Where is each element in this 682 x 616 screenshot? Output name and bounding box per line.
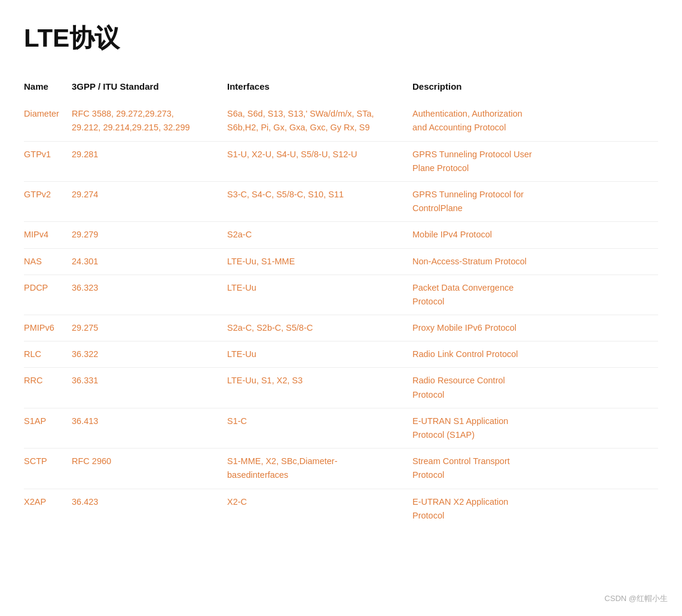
cell-standard: 29.279	[72, 222, 227, 248]
cell-interfaces: S2a-C	[227, 222, 412, 248]
table-row: GTPv129.281S1-U, X2-U, S4-U, S5/8-U, S12…	[24, 141, 658, 181]
cell-name: GTPv2	[24, 181, 72, 221]
cell-description: E-UTRAN X2 ApplicationProtocol	[412, 489, 658, 529]
cell-interfaces: S1-U, X2-U, S4-U, S5/8-U, S12-U	[227, 141, 412, 181]
table-row: RLC36.322LTE-UuRadio Link Control Protoc…	[24, 341, 658, 368]
cell-standard: RFC 3588, 29.272,29.273,29.212, 29.214,2…	[72, 101, 227, 141]
cell-name: X2AP	[24, 489, 72, 529]
cell-interfaces: S2a-C, S2b-C, S5/8-C	[227, 315, 412, 341]
table-row: RRC36.331LTE-Uu, S1, X2, S3Radio Resourc…	[24, 368, 658, 408]
cell-interfaces: S1-C	[227, 408, 412, 448]
cell-description: Radio Resource ControlProtocol	[412, 368, 658, 408]
table-row: PDCP36.323LTE-UuPacket Data ConvergenceP…	[24, 275, 658, 315]
cell-standard: RFC 2960	[72, 449, 227, 489]
table-row: NAS24.301LTE-Uu, S1-MMENon-Access-Stratu…	[24, 248, 658, 275]
table-row: MIPv429.279S2a-CMobile IPv4 Protocol	[24, 222, 658, 248]
cell-description: E-UTRAN S1 ApplicationProtocol (S1AP)	[412, 408, 658, 448]
cell-name: PDCP	[24, 275, 72, 315]
cell-name: PMIPv6	[24, 315, 72, 341]
cell-description: Stream Control TransportProtocol	[412, 449, 658, 489]
cell-name: RRC	[24, 368, 72, 408]
table-row: DiameterRFC 3588, 29.272,29.273,29.212, …	[24, 101, 658, 141]
cell-name: S1AP	[24, 408, 72, 448]
cell-name: RLC	[24, 341, 72, 368]
cell-interfaces: S6a, S6d, S13, S13,' SWa/d/m/x, STa,S6b,…	[227, 101, 412, 141]
table-row: SCTPRFC 2960S1-MME, X2, SBc,Diameter-bas…	[24, 449, 658, 489]
cell-interfaces: X2-C	[227, 489, 412, 529]
cell-name: MIPv4	[24, 222, 72, 248]
cell-interfaces: S3-C, S4-C, S5/8-C, S10, S11	[227, 181, 412, 221]
cell-interfaces: LTE-Uu, S1-MME	[227, 248, 412, 275]
cell-description: Authentication, Authorizationand Account…	[412, 101, 658, 141]
col-header-description: Description	[412, 75, 658, 101]
cell-standard: 36.413	[72, 408, 227, 448]
cell-standard: 29.281	[72, 141, 227, 181]
cell-description: GPRS Tunneling Protocol forControlPlane	[412, 181, 658, 221]
cell-standard: 24.301	[72, 248, 227, 275]
cell-interfaces: LTE-Uu	[227, 275, 412, 315]
protocol-table: Name 3GPP / ITU Standard Interfaces Desc…	[24, 75, 658, 529]
cell-description: Non-Access-Stratum Protocol	[412, 248, 658, 275]
cell-description: Radio Link Control Protocol	[412, 341, 658, 368]
cell-name: Diameter	[24, 101, 72, 141]
cell-description: Proxy Mobile IPv6 Protocol	[412, 315, 658, 341]
cell-description: Mobile IPv4 Protocol	[412, 222, 658, 248]
cell-interfaces: S1-MME, X2, SBc,Diameter-basedinterfaces	[227, 449, 412, 489]
col-header-standard: 3GPP / ITU Standard	[72, 75, 227, 101]
table-row: GTPv229.274S3-C, S4-C, S5/8-C, S10, S11G…	[24, 181, 658, 221]
table-row: PMIPv629.275S2a-C, S2b-C, S5/8-CProxy Mo…	[24, 315, 658, 341]
table-row: S1AP36.413S1-CE-UTRAN S1 ApplicationProt…	[24, 408, 658, 448]
cell-description: Packet Data ConvergenceProtocol	[412, 275, 658, 315]
cell-standard: 29.274	[72, 181, 227, 221]
cell-description: GPRS Tunneling Protocol UserPlane Protoc…	[412, 141, 658, 181]
page-title: LTE协议	[24, 18, 658, 58]
cell-standard: 36.331	[72, 368, 227, 408]
cell-standard: 36.423	[72, 489, 227, 529]
cell-name: SCTP	[24, 449, 72, 489]
cell-interfaces: LTE-Uu	[227, 341, 412, 368]
table-row: X2AP36.423X2-CE-UTRAN X2 ApplicationProt…	[24, 489, 658, 529]
cell-standard: 36.323	[72, 275, 227, 315]
cell-name: GTPv1	[24, 141, 72, 181]
cell-standard: 36.322	[72, 341, 227, 368]
cell-interfaces: LTE-Uu, S1, X2, S3	[227, 368, 412, 408]
col-header-name: Name	[24, 75, 72, 101]
col-header-interfaces: Interfaces	[227, 75, 412, 101]
cell-standard: 29.275	[72, 315, 227, 341]
cell-name: NAS	[24, 248, 72, 275]
